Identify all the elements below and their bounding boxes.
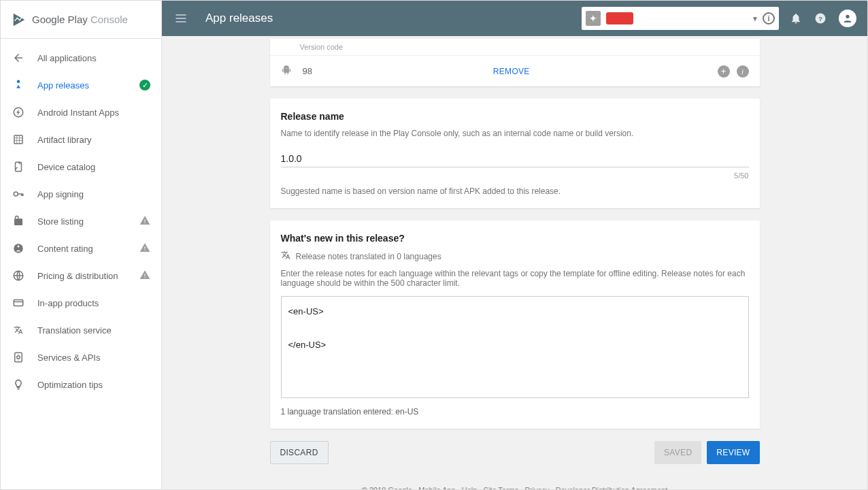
content: Version code 98 REMOVE + i Release name [162,36,867,489]
library-icon [12,133,25,146]
release-name-title: Release name [281,111,749,122]
sidebar-label: Pricing & distribution [37,271,118,281]
whats-new-help: Enter the release notes for each languag… [281,269,749,288]
sidebar-label: Android Instant Apps [37,108,119,118]
sidebar-label: App releases [37,80,89,91]
apk-card: Version code 98 REMOVE + i [270,39,760,86]
warning-icon [139,215,150,228]
store-icon [12,214,25,228]
bulb-icon [12,378,25,391]
svg-rect-6 [14,218,22,225]
version-code-header: Version code [270,39,760,55]
sidebar-label: Services & APIs [37,353,100,363]
action-bar: DISCARD SAVED REVIEW [270,441,760,464]
instant-icon [12,105,25,119]
svg-point-7 [14,244,23,253]
svg-rect-10 [14,300,23,306]
remove-apk-button[interactable]: REMOVE [493,67,530,76]
translation-result: 1 language translation entered: en-US [281,407,749,416]
sidebar-label: Device catalog [37,162,95,172]
svg-rect-4 [16,162,22,172]
sidebar-item-arrow-back[interactable]: All applications [1,44,161,71]
sidebar-label: Store listing [37,216,84,227]
sidebar-label: App signing [37,189,84,199]
globe-icon [12,269,25,282]
footer: © 2018 Google · Mobile App · Help · Site… [270,478,760,489]
play-console-logo-icon [12,12,27,27]
whats-new-card: What's new in this release? Release note… [270,220,760,429]
svg-point-5 [14,192,18,196]
translate-icon [281,250,290,262]
dropdown-caret-icon[interactable]: ▼ [752,15,758,22]
discard-button[interactable]: DISCARD [270,441,329,464]
sidebar-item-store[interactable]: Store listing [1,208,161,235]
device-icon [12,160,25,174]
app-name-redacted [606,12,633,24]
topbar: App releases ✦ ▼ i ? [162,1,867,36]
svg-point-15 [846,15,849,18]
android-icon [281,64,292,78]
sidebar-item-device[interactable]: Device catalog [1,153,161,180]
svg-point-1 [17,80,20,84]
sidebar-label: Translation service [37,325,112,336]
footer-link[interactable]: Help [462,486,478,489]
review-button[interactable]: REVIEW [707,441,759,464]
page-title: App releases [205,12,273,25]
svg-rect-3 [14,135,22,144]
sidebar-item-bulb[interactable]: Optimization tips [1,371,161,398]
sidebar-item-instant[interactable]: Android Instant Apps [1,99,161,126]
nav: All applicationsApp releases✓Android Ins… [1,39,161,404]
sidebar-label: All applications [37,53,97,63]
sidebar-label: Content rating [37,244,93,254]
footer-copyright: © 2018 Google [362,486,412,489]
sidebar-item-services[interactable]: Services & APIs [1,344,161,371]
warning-icon [139,242,150,255]
sidebar-item-app-releases[interactable]: App releases✓ [1,71,161,99]
help-icon[interactable]: ? [814,12,827,24]
translate-icon [12,323,25,337]
info-icon[interactable]: i [763,12,775,24]
sidebar-label: Optimization tips [37,380,103,390]
saved-button: SAVED [654,441,701,464]
sidebar-item-key[interactable]: App signing [1,180,161,208]
brand-text: Google Play Console [32,14,128,25]
account-avatar-icon[interactable] [839,10,856,27]
release-name-help: Name to identify release in the Play Con… [281,129,749,138]
version-code-value: 98 [303,66,312,76]
svg-point-12 [17,356,20,359]
svg-rect-21 [284,73,285,75]
footer-link[interactable]: Privacy [524,486,549,489]
svg-rect-19 [282,69,283,72]
bell-icon[interactable] [790,12,802,24]
arrow-back-icon [12,51,25,65]
hamburger-icon[interactable] [173,10,189,27]
sidebar-item-translate[interactable]: Translation service [1,316,161,344]
warning-icon [139,270,150,282]
svg-text:?: ? [818,15,822,22]
release-name-input[interactable] [281,150,749,167]
expand-apk-icon[interactable]: + [718,65,730,78]
svg-rect-20 [289,69,290,72]
services-icon [12,350,25,364]
sidebar-item-card[interactable]: In-app products [1,289,161,316]
sidebar-item-rating[interactable]: Content rating [1,235,161,262]
sidebar-item-globe[interactable]: Pricing & distribution [1,262,161,289]
footer-link[interactable]: Site Terms [484,486,519,489]
apk-row: 98 REMOVE + i [270,55,760,86]
release-name-suggest: Suggested name is based on version name … [281,186,749,196]
sidebar-label: In-app products [37,298,99,308]
brand[interactable]: Google Play Console [1,1,161,39]
apk-info-icon[interactable]: i [737,65,749,78]
release-notes-textarea[interactable] [281,296,749,398]
sidebar: Google Play Console All applicationsApp … [1,1,162,489]
footer-link[interactable]: Mobile App [418,486,455,489]
footer-link[interactable]: Developer Distribution Agreement [556,486,667,489]
sidebar-item-library[interactable]: Artifact library [1,126,161,153]
svg-rect-16 [284,68,289,73]
svg-rect-11 [15,353,22,362]
main: App releases ✦ ▼ i ? [162,1,867,489]
app-releases-icon [12,78,25,92]
release-name-card: Release name Name to identify release in… [270,99,760,208]
app-selector[interactable]: ✦ ▼ i [582,7,779,30]
whats-new-title: What's new in this release? [281,233,749,244]
